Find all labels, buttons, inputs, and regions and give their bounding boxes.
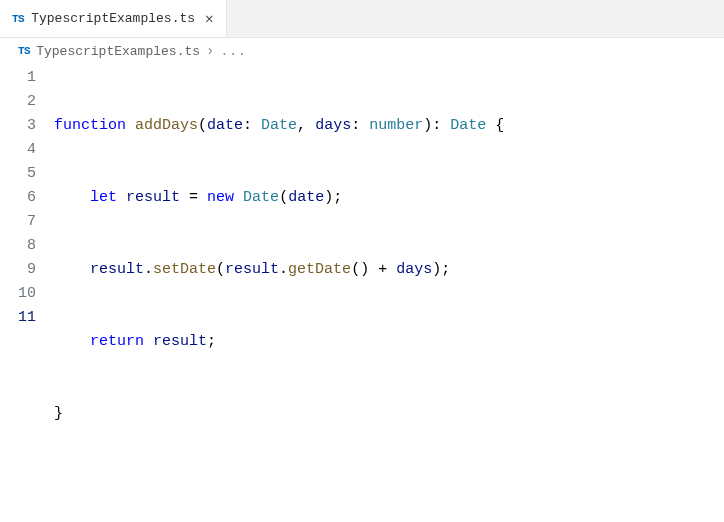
editor-tab-active[interactable]: TS TypescriptExamples.ts ✕ <box>0 0 227 37</box>
breadcrumb-more[interactable]: ... <box>220 44 246 59</box>
typescript-file-icon: TS <box>12 13 24 25</box>
breadcrumb-file[interactable]: TypescriptExamples.ts <box>36 44 200 59</box>
code-editor[interactable]: 1 2 3 4 5 6 7 8 9 10 11 function addDays… <box>0 64 724 522</box>
line-number: 5 <box>0 162 36 186</box>
close-icon[interactable]: ✕ <box>202 10 216 28</box>
line-number: 2 <box>0 90 36 114</box>
code-area[interactable]: function addDays(date: Date, days: numbe… <box>54 64 724 522</box>
typescript-file-icon: TS <box>18 45 30 57</box>
line-number: 1 <box>0 66 36 90</box>
line-number: 9 <box>0 258 36 282</box>
line-number: 11 <box>0 306 36 330</box>
breadcrumb[interactable]: TS TypescriptExamples.ts › ... <box>0 38 724 64</box>
line-number: 7 <box>0 210 36 234</box>
line-number-gutter: 1 2 3 4 5 6 7 8 9 10 11 <box>0 64 54 522</box>
line-number: 3 <box>0 114 36 138</box>
line-number: 8 <box>0 234 36 258</box>
chevron-right-icon: › <box>206 43 214 59</box>
line-number: 6 <box>0 186 36 210</box>
line-number: 4 <box>0 138 36 162</box>
line-number: 10 <box>0 282 36 306</box>
editor-tab-label: TypescriptExamples.ts <box>31 11 195 26</box>
editor-tab-bar: TS TypescriptExamples.ts ✕ <box>0 0 724 38</box>
